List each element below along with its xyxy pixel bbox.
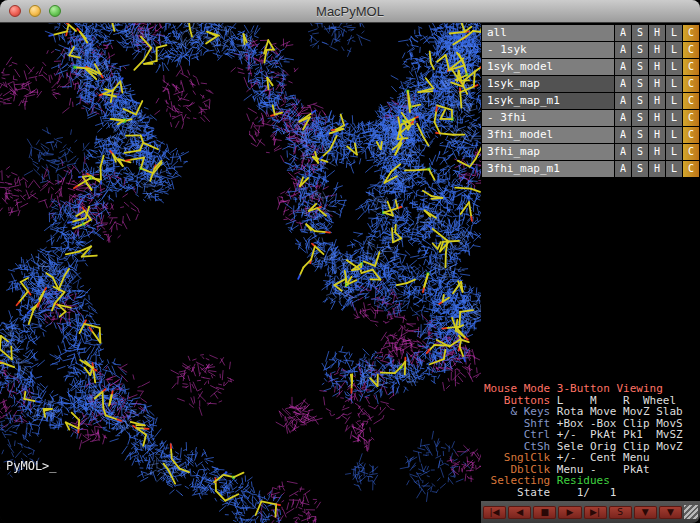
object-row: 1syk_map_m1ASHLC	[482, 93, 699, 109]
object-button-h[interactable]: H	[649, 25, 665, 41]
object-button-c[interactable]: C	[683, 93, 699, 109]
object-button-c[interactable]: C	[683, 161, 699, 177]
close-button[interactable]	[9, 5, 21, 17]
movie-stop-button[interactable]: ■	[533, 506, 556, 519]
object-row: 1syk_modelASHLC	[482, 59, 699, 75]
object-name[interactable]: 1syk_map	[482, 76, 614, 92]
object-button-l[interactable]: L	[666, 161, 682, 177]
movie-controls: |◀◀■▶▶|S▼▼	[483, 506, 682, 519]
movie-scene-button[interactable]: S	[609, 506, 632, 519]
mouse-panel-text: State	[484, 486, 550, 499]
object-button-c[interactable]: C	[683, 110, 699, 126]
window-controls	[9, 0, 61, 22]
minimize-button[interactable]	[29, 5, 41, 17]
object-row: allASHLC	[482, 25, 699, 41]
movie-menu-right-button[interactable]: ▼	[659, 506, 682, 519]
object-button-s[interactable]: S	[632, 25, 648, 41]
object-button-s[interactable]: S	[632, 93, 648, 109]
movie-menu-left-button[interactable]: ▼	[634, 506, 657, 519]
object-button-l[interactable]: L	[666, 42, 682, 58]
object-button-s[interactable]: S	[632, 76, 648, 92]
window-title: MacPyMOL	[316, 4, 384, 19]
object-button-s[interactable]: S	[632, 110, 648, 126]
object-button-c[interactable]: C	[683, 127, 699, 143]
object-button-c[interactable]: C	[683, 25, 699, 41]
object-button-h[interactable]: H	[649, 93, 665, 109]
movie-bar: |◀◀■▶▶|S▼▼	[481, 501, 700, 523]
object-name[interactable]: 1syk_map_m1	[482, 93, 614, 109]
object-button-h[interactable]: H	[649, 144, 665, 160]
object-button-a[interactable]: A	[615, 59, 631, 75]
object-button-c[interactable]: C	[683, 42, 699, 58]
object-button-l[interactable]: L	[666, 110, 682, 126]
panel-spacer	[481, 178, 700, 383]
object-name[interactable]: - 3fhi	[482, 110, 614, 126]
movie-play-button[interactable]: ▶	[558, 506, 581, 519]
object-name[interactable]: - 1syk	[482, 42, 614, 58]
electron-density-render[interactable]	[0, 23, 481, 523]
movie-go-to-start-button[interactable]: |◀	[483, 506, 506, 519]
object-button-s[interactable]: S	[632, 42, 648, 58]
internal-gui-panel: allASHLC- 1sykASHLC1syk_modelASHLC1syk_m…	[481, 23, 700, 523]
object-button-a[interactable]: A	[615, 144, 631, 160]
object-button-s[interactable]: S	[632, 161, 648, 177]
movie-go-to-end-button[interactable]: ▶|	[584, 506, 607, 519]
object-name[interactable]: all	[482, 25, 614, 41]
object-button-h[interactable]: H	[649, 42, 665, 58]
object-button-l[interactable]: L	[666, 127, 682, 143]
title-bar[interactable]: MacPyMOL	[0, 0, 700, 23]
object-button-l[interactable]: L	[666, 59, 682, 75]
object-row: - 3fhiASHLC	[482, 110, 699, 126]
object-button-h[interactable]: H	[649, 76, 665, 92]
object-name[interactable]: 1syk_model	[482, 59, 614, 75]
object-row: 1syk_mapASHLC	[482, 76, 699, 92]
resize-grip[interactable]	[684, 505, 698, 519]
object-button-h[interactable]: H	[649, 127, 665, 143]
object-row: 3fhi_mapASHLC	[482, 144, 699, 160]
object-button-l[interactable]: L	[666, 25, 682, 41]
object-row: 3fhi_map_m1ASHLC	[482, 161, 699, 177]
zoom-button[interactable]	[49, 5, 61, 17]
mouse-panel: Mouse Mode 3-Button Viewing Buttons L M …	[481, 383, 700, 501]
command-prompt[interactable]: PyMOL>_	[6, 459, 57, 473]
molecule-viewport[interactable]: PyMOL>_	[0, 23, 481, 523]
object-button-c[interactable]: C	[683, 144, 699, 160]
macpymol-window: MacPyMOL PyMOL>_ allASHLC- 1sykASHLC1syk…	[0, 0, 700, 523]
object-button-h[interactable]: H	[649, 161, 665, 177]
object-name[interactable]: 3fhi_map	[482, 144, 614, 160]
main-area: PyMOL>_ allASHLC- 1sykASHLC1syk_modelASH…	[0, 23, 700, 523]
object-button-l[interactable]: L	[666, 144, 682, 160]
object-row: - 1sykASHLC	[482, 42, 699, 58]
object-button-h[interactable]: H	[649, 110, 665, 126]
object-button-a[interactable]: A	[615, 127, 631, 143]
object-button-h[interactable]: H	[649, 59, 665, 75]
object-button-l[interactable]: L	[666, 76, 682, 92]
object-button-s[interactable]: S	[632, 144, 648, 160]
object-button-a[interactable]: A	[615, 42, 631, 58]
mouse-panel-line[interactable]: State 1/ 1	[484, 487, 700, 499]
object-row: 3fhi_modelASHLC	[482, 127, 699, 143]
movie-step-back-button[interactable]: ◀	[508, 506, 531, 519]
object-button-a[interactable]: A	[615, 93, 631, 109]
object-button-a[interactable]: A	[615, 76, 631, 92]
object-button-l[interactable]: L	[666, 93, 682, 109]
object-name[interactable]: 3fhi_model	[482, 127, 614, 143]
object-button-a[interactable]: A	[615, 25, 631, 41]
object-button-a[interactable]: A	[615, 110, 631, 126]
mouse-panel-text: 1/ 1	[550, 486, 616, 499]
object-button-s[interactable]: S	[632, 59, 648, 75]
object-button-s[interactable]: S	[632, 127, 648, 143]
object-list: allASHLC- 1sykASHLC1syk_modelASHLC1syk_m…	[481, 23, 700, 178]
object-button-a[interactable]: A	[615, 161, 631, 177]
object-button-c[interactable]: C	[683, 59, 699, 75]
object-button-c[interactable]: C	[683, 76, 699, 92]
object-name[interactable]: 3fhi_map_m1	[482, 161, 614, 177]
